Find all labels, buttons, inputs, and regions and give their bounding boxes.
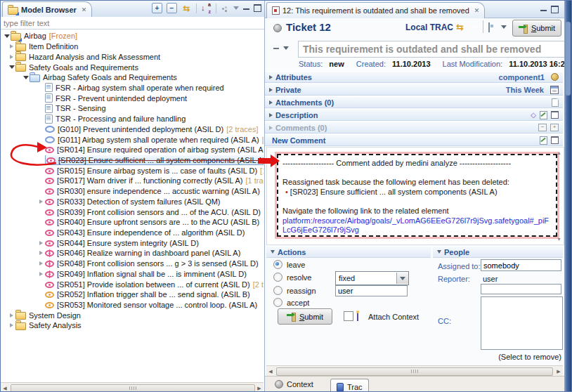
radio-resolve[interactable] — [273, 273, 282, 282]
tree-item[interactable]: System Design — [1, 310, 264, 320]
radio-leave[interactable] — [273, 260, 282, 269]
maximize-section-icon[interactable] — [551, 136, 559, 144]
tree-item[interactable]: Airbag Safety Goals and Requirements — [1, 72, 264, 83]
expand-arrow-icon[interactable] — [8, 323, 15, 327]
vertical-scrollbar-thumb[interactable] — [566, 22, 571, 96]
tree-item[interactable]: [G011] Airbag system shall operate when … — [1, 134, 264, 145]
tree-item[interactable]: Safety Goals and Requirements — [1, 62, 264, 72]
radio-accept[interactable] — [273, 298, 282, 307]
expand-arrow-icon[interactable] — [269, 113, 273, 117]
scrollbar-thumb[interactable] — [11, 384, 255, 392]
section-attributes[interactable]: Attributescomponent1 — [265, 71, 563, 83]
assigned-to-input[interactable] — [481, 259, 561, 271]
tree-item[interactable]: Item Definition — [1, 41, 264, 52]
maximize-icon[interactable] — [551, 6, 559, 13]
bottom-tab-context[interactable]: Context — [269, 379, 319, 390]
expand-arrow-icon[interactable] — [37, 200, 45, 204]
tree-item[interactable]: [SR040] Ensure upfront sensors are ... t… — [1, 217, 264, 228]
tab-model-browser[interactable]: Model Browser ✕ — [2, 1, 92, 18]
comment-text[interactable]: -------------------- Comment added by me… — [277, 154, 557, 237]
tree-item[interactable]: [SR049] Inflation signal shall be ... is… — [1, 269, 264, 280]
scroll-left-icon[interactable]: ◀ — [267, 367, 274, 375]
new-file-icon[interactable] — [552, 98, 559, 107]
filter-input[interactable] — [2, 18, 264, 29]
tree-item[interactable]: FSR - Airbag system shall operate when r… — [1, 83, 264, 93]
actions-header[interactable]: Actions — [266, 246, 431, 258]
expand-comments-icon[interactable]: + — [550, 124, 559, 131]
resolve-combo[interactable]: fixed — [335, 271, 409, 285]
collapse-arrow-icon[interactable] — [271, 250, 275, 254]
view-menu-dropdown-icon[interactable] — [233, 6, 239, 10]
people-header[interactable]: People — [433, 246, 563, 258]
expand-arrow-icon[interactable] — [37, 272, 45, 276]
section-comments-0[interactable]: Comments (0)−+ — [265, 122, 563, 133]
expand-arrow-icon[interactable] — [37, 251, 45, 255]
scrollbar-thumb[interactable] — [276, 367, 553, 376]
minimize-icon[interactable] — [243, 6, 249, 10]
expand-arrow-icon[interactable] — [22, 76, 30, 79]
tree-item[interactable]: [G010] Prevent unintended deployment (AS… — [1, 124, 264, 134]
section-description[interactable]: Description◇ — [265, 109, 563, 121]
tab-ticket-12[interactable]: 12: This requirement is outdated and sha… — [266, 2, 485, 18]
tree-item[interactable]: [SR039] Front collision sensors and ... … — [1, 207, 264, 217]
scroll-right-icon[interactable]: ▶ — [555, 367, 562, 375]
summary-dropdown-icon[interactable] — [283, 46, 289, 50]
summary-field[interactable]: This requirement is outdated and shall b… — [298, 41, 565, 58]
submit-button[interactable]: Submit — [278, 308, 332, 325]
right-horizontal-scrollbar[interactable]: ◀ ▶ — [266, 365, 563, 376]
expand-arrow-icon[interactable] — [269, 126, 273, 130]
close-icon[interactable]: ✕ — [82, 6, 87, 13]
collapse-all-icon[interactable]: − — [167, 3, 177, 13]
sync-icon[interactable]: ◇ — [531, 112, 536, 119]
cc-listbox[interactable] — [481, 296, 563, 350]
tree-item[interactable]: [SR014] Ensure required operation of air… — [1, 145, 264, 155]
tree-item[interactable]: [SR030] ensure independence ... accustic… — [1, 186, 264, 197]
tree-item[interactable]: [SR017] Warn driver if ... functioning c… — [1, 176, 264, 186]
section-new-comment[interactable]: New Comment — [265, 134, 563, 146]
submit-button[interactable]: Submit — [512, 20, 561, 37]
scroll-down-icon[interactable]: ▼ — [557, 237, 561, 242]
section-attachments-0[interactable]: Attachments (0) — [265, 96, 563, 108]
minus-icon[interactable] — [273, 48, 279, 49]
scroll-up-icon[interactable]: ▲ — [557, 150, 561, 155]
expand-arrow-icon[interactable] — [8, 55, 15, 59]
maximize-icon[interactable] — [254, 4, 261, 12]
tree-item[interactable]: [SR046] Realize warning in dashboard pan… — [1, 248, 264, 259]
tree-item[interactable]: [SR052] Inflation trigger shall be ... s… — [1, 289, 264, 300]
tree-item[interactable]: [SR044] Ensure system integrity (ASIL D) — [1, 237, 264, 248]
calendar-icon[interactable] — [550, 86, 559, 94]
tree-item[interactable]: [SR033] Detection of system failures (AS… — [1, 197, 264, 207]
tree-item[interactable]: Safety Analysis — [1, 320, 264, 331]
link-with-editor-icon[interactable]: ⇆ — [181, 3, 192, 13]
expand-arrow-icon[interactable] — [8, 313, 15, 318]
collapse-arrow-icon[interactable] — [437, 250, 441, 254]
expand-arrow-icon[interactable] — [269, 88, 273, 92]
scroll-right-icon[interactable]: ▶ — [256, 384, 263, 392]
tree-item[interactable]: [SR053] Monitored sensor voltage ... con… — [1, 300, 264, 311]
tree-item[interactable]: [SR015] Ensure airbag system is ... case… — [1, 165, 264, 176]
expand-arrow-icon[interactable] — [269, 100, 273, 105]
user-icon[interactable] — [551, 73, 559, 81]
expand-arrow-icon[interactable] — [8, 44, 15, 48]
section-private[interactable]: PrivateThis Week — [265, 84, 563, 96]
scroll-left-icon[interactable]: ◀ — [1, 384, 8, 392]
tree-item[interactable]: [SR023] Ensure sufficient ... all system… — [1, 155, 264, 166]
expand-arrow-icon[interactable] — [8, 65, 15, 69]
expand-arrow-icon[interactable] — [37, 241, 45, 245]
left-horizontal-scrollbar[interactable]: ◀ ▶ — [1, 382, 264, 392]
comment-link[interactable]: platform:/resource/Airbag/goals/_vLomAG6… — [282, 216, 552, 235]
cc-add-input[interactable] — [481, 284, 561, 294]
tree-item[interactable]: TSR - Processing and failure handling — [1, 114, 264, 124]
bottom-tab-trac[interactable]: Trac — [330, 379, 369, 392]
edit-icon[interactable] — [540, 111, 547, 119]
radio-reassign[interactable] — [273, 286, 282, 295]
tree-item[interactable]: Airbag[Frozen] — [1, 31, 264, 41]
expand-all-icon[interactable]: + — [152, 3, 162, 13]
tree-item[interactable]: Hazard Analysis and Risk Assessment — [1, 51, 264, 62]
expand-arrow-icon[interactable] — [269, 75, 273, 79]
expand-arrow-icon[interactable] — [3, 34, 11, 38]
reassign-input[interactable] — [335, 285, 408, 296]
layout-dropdown-icon[interactable] — [501, 25, 507, 29]
tree-item[interactable]: [SR051] Provide isolation between ... of… — [1, 279, 264, 289]
close-icon[interactable]: ✕ — [474, 7, 480, 14]
